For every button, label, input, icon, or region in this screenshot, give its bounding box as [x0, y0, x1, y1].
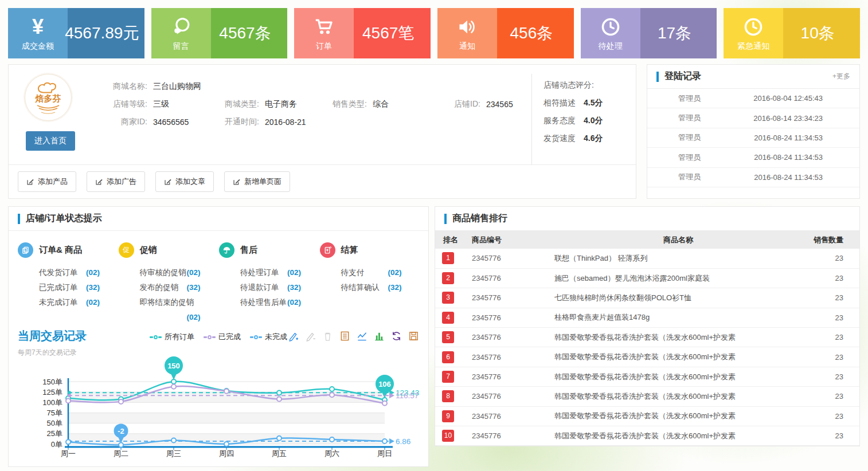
product-name: 联想（ThinkPad） 轻薄系列 — [554, 249, 802, 268]
data-view-icon[interactable] — [339, 331, 350, 342]
status-item[interactable]: 未完成订单(02) — [39, 295, 100, 310]
enter-home-button[interactable]: 进入首页 — [26, 131, 75, 151]
field-label: 店铺ID: — [448, 99, 480, 109]
line-chart-icon[interactable] — [357, 331, 367, 342]
stat-card-pending[interactable]: 待处理 17条 — [581, 8, 717, 58]
status-item[interactable]: 即将结束的促销(02) — [140, 295, 201, 310]
stat-value: 456条 — [489, 8, 574, 58]
status-count: (02) — [287, 295, 301, 310]
login-user: 管理员 — [678, 152, 701, 163]
login-user: 管理员 — [678, 93, 701, 104]
status-panel: 店铺/订单状态提示 订单& 商品 代发货订单(02)已完成订单(32)未完成订单… — [8, 206, 429, 467]
stat-value: 4567条 — [203, 8, 288, 58]
login-records-title: 登陆记录 — [664, 70, 701, 83]
shop-level: 三级 — [153, 99, 169, 109]
login-record-row: 管理员 2016-08-24 11:34:53 — [647, 128, 859, 148]
status-count: (32) — [287, 280, 301, 295]
login-record-row: 管理员 2016-08-24 11:34:53 — [647, 148, 859, 167]
bar-chart-icon[interactable] — [374, 331, 385, 342]
shop-id: 234565 — [486, 100, 513, 109]
save-icon[interactable] — [408, 331, 419, 342]
product-name: 韩国爱敬挚爱香氛花香洗护套装（洗发水600ml+护发素 — [554, 328, 802, 347]
add-page-button[interactable]: 新增单页面 — [224, 171, 290, 192]
table-row: 3 2345776 七匹狼纯棉时尚休闲条纹翻领POLO衫T恤 23 — [435, 288, 859, 308]
stat-card-urgent[interactable]: 紧急通知 10条 — [724, 8, 860, 58]
status-group-aftersale: 售后 待处理订单(02)待退款订单(32)待处理售后单(02) — [219, 238, 320, 325]
title-bar — [18, 214, 20, 224]
rating-row: 发货速度4.6分 — [544, 129, 628, 147]
shop-actions: 添加产品 添加广告 添加文章 新增单页面 — [9, 164, 636, 198]
svg-text:¥: ¥ — [326, 248, 329, 252]
sales-qty: 23 — [802, 288, 859, 308]
legend-item-all-orders[interactable]: 所有订单 — [150, 332, 194, 342]
status-item[interactable]: 待支付(02) — [341, 265, 402, 280]
weekly-transactions-chart[interactable]: 150单125单100单75单50单25单0单周一周二周三周四周五周六周日123… — [18, 358, 428, 464]
product-sku: 2345776 — [468, 268, 554, 288]
field-label: 销售类型: — [321, 99, 367, 109]
table-row: 1 2345776 联想（ThinkPad） 轻薄系列 23 — [435, 249, 859, 268]
stat-label: 成交金额 — [22, 41, 54, 52]
legend-marker-icon — [150, 335, 162, 339]
svg-text:周四: 周四 — [219, 449, 234, 458]
stat-card-turnover[interactable]: ¥ 成交金额 4567.89元 — [8, 8, 144, 58]
status-title: 店铺/订单状态提示 — [26, 213, 101, 225]
svg-text:6.86: 6.86 — [396, 437, 410, 446]
login-record-row: 管理员 2016-08-24 11:34:53 — [647, 168, 859, 187]
stat-card-messages[interactable]: 留言 4567条 — [151, 8, 288, 58]
status-count: (02) — [186, 265, 200, 280]
field-label: 商城类型: — [213, 99, 259, 109]
table-row: 4 2345776 桂格即食燕麦片超值装1478g 23 — [435, 308, 859, 327]
status-groups: 订单& 商品 代发货订单(02)已完成订单(32)未完成订单(02) 促 促销 … — [9, 231, 428, 325]
restore-icon[interactable] — [391, 331, 402, 342]
sales-ranking-table: 排名 商品编号 商品名称 销售数量 1 2345776 联想（ThinkPad）… — [435, 231, 859, 446]
mark-icon[interactable] — [288, 331, 299, 342]
stat-label: 通知 — [459, 41, 475, 52]
svg-text:150: 150 — [167, 362, 180, 370]
field-label: 开通时间: — [213, 117, 259, 127]
stat-card-notices[interactable]: 通知 456条 — [437, 8, 574, 58]
add-product-button[interactable]: 添加产品 — [18, 171, 76, 192]
unmark-icon[interactable] — [305, 331, 316, 342]
product-sku: 2345776 — [468, 288, 554, 308]
sales-qty: 23 — [802, 347, 859, 367]
shop-name: 三台山购物网 — [153, 81, 201, 92]
status-item[interactable]: 待处理订单(02) — [240, 265, 301, 280]
status-item[interactable]: 待审核的促销(02) — [140, 265, 201, 280]
add-ad-button[interactable]: 添加广告 — [87, 171, 145, 192]
clear-trash-icon[interactable] — [322, 331, 333, 342]
login-time: 2016-08-24 11:34:53 — [754, 173, 859, 182]
status-item[interactable]: 待结算确认(32) — [341, 280, 402, 295]
field-label: 商城名称: — [101, 81, 147, 92]
rank-badge: 10 — [442, 430, 454, 442]
chart-toolbox — [288, 331, 419, 342]
legend-marker-icon — [250, 335, 262, 339]
group-name: 订单& 商品 — [39, 245, 82, 256]
legend-item-completed[interactable]: 已完成 — [204, 332, 241, 342]
svg-text:周六: 周六 — [324, 449, 339, 458]
status-item[interactable]: 代发货订单(02) — [39, 265, 100, 280]
rank-badge: 8 — [442, 390, 454, 402]
status-item[interactable]: 待处理售后单(02) — [240, 295, 301, 310]
status-item[interactable]: 待退款订单(32) — [240, 280, 301, 295]
clock-icon — [600, 15, 621, 39]
table-row: 6 2345776 韩国爱敬挚爱香氛花香洗护套装（洗发水600ml+护发素 23 — [435, 347, 859, 367]
rank-badge: 3 — [442, 292, 454, 304]
shop-rating-block: 店铺动态评分: 相符描述4.5分 服务态度4.0分 发货速度4.6分 — [531, 74, 628, 164]
status-count: (02) — [186, 310, 200, 325]
alarm-clock-icon — [743, 15, 764, 39]
svg-text:116.57: 116.57 — [396, 391, 419, 400]
add-article-button[interactable]: 添加文章 — [155, 171, 214, 192]
status-count: (32) — [186, 280, 200, 295]
status-item[interactable]: 发布的促销(32) — [140, 280, 201, 295]
stat-card-orders[interactable]: 订单 4567笔 — [294, 8, 431, 58]
legend-item-incomplete[interactable]: 未完成 — [250, 332, 287, 342]
more-link[interactable]: +更多 — [832, 72, 850, 81]
product-name: 韩国爱敬挚爱香氛花香洗护套装（洗发水600ml+护发素 — [554, 367, 802, 386]
svg-text:周三: 周三 — [166, 449, 181, 458]
sales-qty: 23 — [802, 406, 859, 426]
table-row: 10 2345776 韩国爱敬挚爱香氛花香洗护套装（洗发水600ml+护发素 2… — [435, 426, 859, 446]
svg-text:150单: 150单 — [42, 378, 62, 386]
status-count: (02) — [287, 265, 301, 280]
status-item[interactable]: 已完成订单(32) — [39, 280, 100, 295]
product-sku: 2345776 — [468, 347, 554, 367]
